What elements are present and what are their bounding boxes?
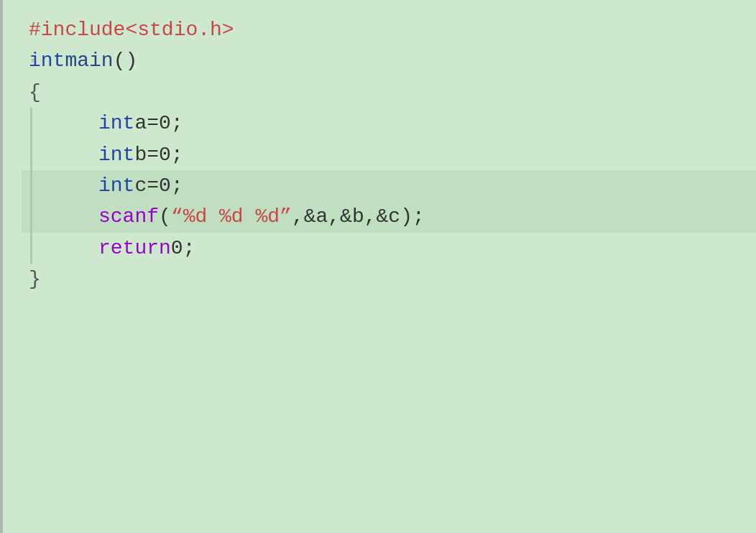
token-7-12: ) [400,201,412,232]
token-8-3: ; [183,233,195,264]
indent-bar-7 [30,201,32,232]
token-5-4: = [147,139,159,170]
token-7-11: &c [377,201,401,232]
code-line-6: int c = 0; [22,170,756,201]
token-3-0: { [29,77,41,108]
token-6-7: ; [171,170,183,201]
indent-bar-5 [30,139,32,170]
token-7-13: ; [412,201,425,232]
token-5-2: b [134,139,147,170]
token-7-9: , [364,201,377,232]
token-5-0: int [98,139,134,170]
code-line-4: int a = 0; [22,108,756,139]
token-6-6: 0 [159,170,171,201]
token-1-2: <stdio.h> [125,14,234,45]
token-6-0: int [98,170,134,201]
code-line-5: int b = 0; [22,139,756,170]
indent-bar-8 [30,233,32,264]
token-7-1: ( [159,201,171,232]
code-line-3: { [22,77,756,108]
token-7-0: scanf [98,201,159,232]
indent-bar-6 [30,170,32,201]
code-line-8: return 0; [22,233,756,264]
indent-space-6 [38,170,98,201]
indent-space-4 [38,108,98,139]
token-4-6: 0 [159,108,171,139]
line-gutter-2: ▫ [22,53,36,69]
token-6-4: = [147,170,159,201]
token-4-7: ; [171,108,183,139]
token-6-2: c [134,170,147,201]
token-9-0: } [29,264,41,295]
token-7-8: &b [340,201,364,232]
token-2-2: main [65,45,113,76]
indent-space-5 [38,139,98,170]
token-7-3: , [292,201,304,232]
token-8-0: return [98,233,171,264]
code-editor: #include <stdio.h>▫int main(){ int a = 0… [0,0,756,533]
indent-space-8 [38,233,98,264]
token-5-7: ; [171,139,183,170]
code-container: #include <stdio.h>▫int main(){ int a = 0… [0,14,756,295]
code-line-9: } [22,264,756,295]
indent-bar-4 [30,108,32,139]
code-line-7: scanf(“%d %d %d”, &a, &b, &c); [22,201,756,232]
token-7-2: “%d %d %d” [171,201,292,232]
code-line-1: #include <stdio.h> [22,14,756,45]
code-line-2: ▫int main() [22,45,756,76]
token-4-0: int [98,108,134,139]
token-4-2: a [134,108,147,139]
token-7-5: &a [304,201,328,232]
token-5-6: 0 [159,139,171,170]
indent-space-7 [38,201,98,232]
collapse-icon-2[interactable]: ▫ [30,53,36,69]
token-4-4: = [147,108,159,139]
token-2-3: () [114,45,138,76]
token-7-6: , [328,201,340,232]
token-8-2: 0 [171,233,183,264]
token-1-0: #include [29,14,125,45]
